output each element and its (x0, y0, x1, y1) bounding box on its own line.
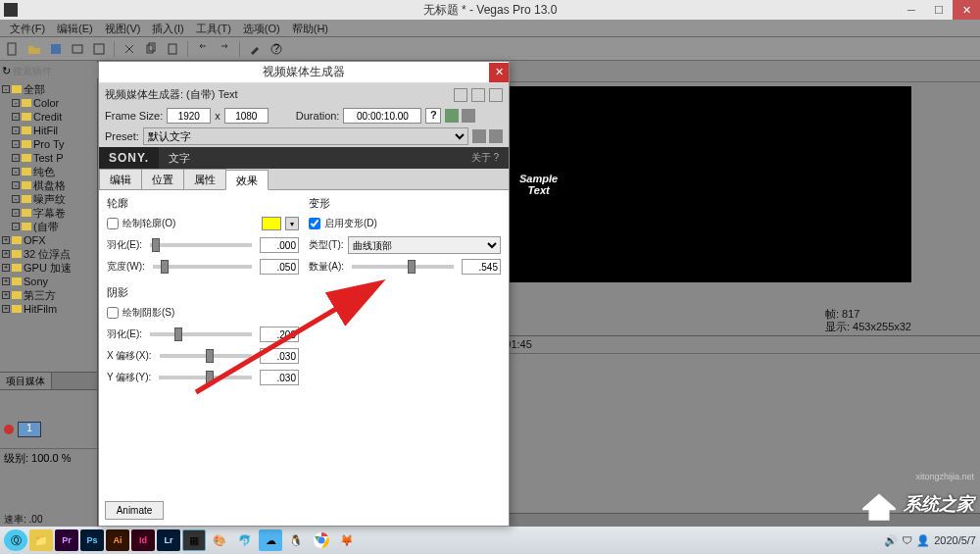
taskbar-firefox[interactable]: 🦊 (335, 529, 359, 551)
duration-input[interactable] (343, 108, 421, 124)
about-link[interactable]: 关于 ? (462, 151, 509, 165)
tray-icon-2[interactable]: 🛡 (902, 534, 912, 546)
brush-icon[interactable] (246, 40, 264, 58)
redo-icon[interactable] (216, 40, 233, 58)
taskbar-app-9[interactable]: 🎨 (208, 529, 231, 551)
frame-width-input[interactable] (167, 108, 211, 124)
media-generator-dialog: 视频媒体生成器 ✕ 视频媒体生成器: (自带) Text Frame Size:… (98, 61, 510, 527)
shadow-y-input[interactable] (260, 370, 299, 385)
taskbar-chrome[interactable] (310, 529, 333, 551)
minimize-button[interactable]: ─ (898, 0, 925, 20)
tree-root[interactable]: 全部 (24, 82, 45, 96)
draw-shadow-checkbox[interactable] (107, 307, 119, 319)
taskbar-photoshop[interactable]: Ps (80, 529, 104, 551)
shadow-y-slider[interactable] (159, 376, 252, 379)
tab-edit[interactable]: 编辑 (99, 169, 142, 189)
outline-width-input[interactable] (260, 259, 299, 275)
taskbar-explorer[interactable]: 📁 (29, 529, 53, 551)
svg-rect-4 (147, 45, 153, 53)
tab-properties[interactable]: 属性 (183, 169, 226, 189)
plugin-tree[interactable]: -全部 -Color -Credit -HitFil -Pro Ty -Test… (0, 80, 97, 372)
outline-color-dropdown[interactable]: ▾ (285, 217, 299, 230)
separator (239, 41, 240, 57)
window-titlebar: 无标题 * - Vegas Pro 13.0 ─ ☐ ✕ (0, 0, 980, 20)
outline-color-swatch[interactable] (262, 217, 281, 230)
track-header[interactable]: 1 (0, 410, 97, 449)
left-panel: ↻ -全部 -Color -Credit -HitFil -Pro Ty -Te… (0, 61, 98, 536)
taskbar-lightroom[interactable]: Lr (157, 529, 180, 551)
svg-rect-2 (73, 45, 82, 53)
frame-size-row: Frame Size: x Duration: ? (99, 106, 509, 126)
frame-height-input[interactable] (224, 108, 269, 124)
outline-feather-input[interactable] (260, 237, 299, 253)
taskbar-app-11[interactable]: ☁ (259, 529, 282, 551)
shadow-x-input[interactable] (260, 348, 299, 364)
taskbar-premiere[interactable]: Pr (55, 529, 78, 551)
preset-dropdown[interactable]: 默认文字 (143, 127, 468, 145)
animate-button[interactable]: Animate (105, 501, 164, 520)
save-icon[interactable] (47, 40, 65, 58)
shadow-x-slider[interactable] (160, 354, 252, 358)
help-icon[interactable]: ? (268, 40, 285, 58)
shadow-feather-input[interactable] (260, 327, 299, 342)
deform-type-dropdown[interactable]: 曲线顶部 (348, 236, 501, 254)
enable-deform-checkbox[interactable] (309, 218, 320, 229)
taskbar-indesign[interactable]: Id (131, 529, 155, 551)
property-tabs: 编辑 位置 属性 效果 (99, 169, 509, 190)
cut-icon[interactable] (121, 40, 138, 58)
menu-edit[interactable]: 编辑(E) (51, 20, 99, 36)
outline-feather-slider[interactable] (150, 243, 252, 247)
render-icon[interactable] (69, 40, 86, 58)
deform-amount-input[interactable] (462, 259, 501, 275)
menu-help[interactable]: 帮助(H) (286, 20, 334, 36)
outline-width-slider[interactable] (153, 265, 252, 269)
tray-icon-3[interactable]: 👤 (916, 534, 930, 547)
menu-file[interactable]: 文件(F) (4, 20, 51, 36)
help-button[interactable]: ? (425, 108, 441, 124)
menu-options[interactable]: 选项(O) (237, 20, 286, 36)
system-tray[interactable]: 🔊 🛡 👤 2020/5/7 (884, 534, 976, 547)
replace-icon[interactable] (471, 88, 485, 102)
draw-outline-checkbox[interactable] (107, 218, 119, 229)
menu-tools[interactable]: 工具(T) (190, 20, 237, 36)
delete-preset-icon[interactable] (489, 129, 503, 143)
paste-icon[interactable] (164, 40, 181, 58)
tab-position[interactable]: 位置 (141, 169, 184, 189)
tab-project-media[interactable]: 项目媒体 (0, 373, 52, 389)
taskbar-illustrator[interactable]: Ai (106, 529, 129, 551)
open-icon[interactable] (25, 40, 43, 58)
copy-icon[interactable] (142, 40, 160, 58)
deform-amount-slider[interactable] (352, 265, 454, 269)
lock-icon[interactable] (462, 109, 475, 123)
tab-effects[interactable]: 效果 (225, 170, 269, 190)
properties-icon[interactable] (90, 40, 108, 58)
refresh-icon[interactable]: ↻ (2, 65, 11, 77)
new-icon[interactable] (4, 40, 22, 58)
sony-bar: SONY. 文字 关于 ? (99, 147, 509, 169)
record-arm-icon[interactable] (4, 425, 14, 434)
taskbar-qq[interactable]: 🐧 (284, 529, 308, 551)
taskbar-app-1[interactable]: Ⓠ (4, 529, 27, 551)
playback-speed: 速率: .00 (4, 513, 42, 527)
shadow-title: 阴影 (107, 285, 299, 300)
match-icon[interactable] (445, 109, 459, 123)
menu-insert[interactable]: 插入(I) (146, 20, 189, 36)
preset-row: Preset: 默认文字 (99, 126, 509, 147)
taskbar-app-10[interactable]: 🐬 (233, 529, 257, 551)
maximize-button[interactable]: ☐ (925, 0, 953, 20)
undo-icon[interactable] (194, 40, 212, 58)
help-icon[interactable] (489, 88, 503, 102)
svg-rect-0 (8, 43, 16, 55)
outline-title: 轮廓 (107, 196, 299, 211)
menu-view[interactable]: 视图(V) (99, 20, 147, 36)
shadow-feather-slider[interactable] (150, 332, 252, 336)
close-button[interactable]: ✕ (953, 0, 980, 20)
dialog-close-button[interactable]: ✕ (489, 63, 509, 82)
tray-icon-1[interactable]: 🔊 (884, 534, 898, 547)
pin-icon[interactable] (454, 88, 467, 102)
dialog-titlebar[interactable]: 视频媒体生成器 ✕ (99, 62, 509, 83)
svg-text:?: ? (273, 42, 279, 54)
save-preset-icon[interactable] (472, 129, 486, 143)
plugin-name: 文字 (159, 151, 200, 166)
taskbar-vegas[interactable]: ▦ (182, 529, 206, 551)
